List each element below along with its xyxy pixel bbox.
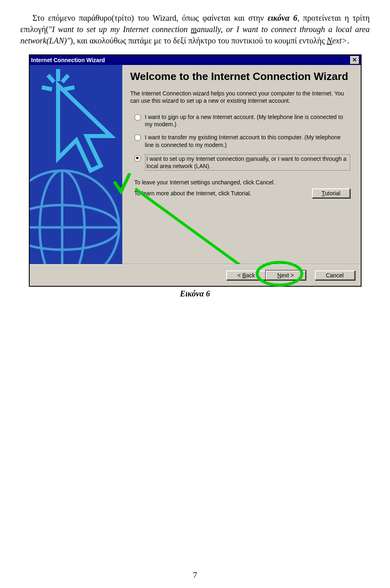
close-button[interactable]: ✕	[350, 56, 359, 64]
option-manual[interactable]: I want to set up my Internet connection …	[130, 154, 350, 171]
footer-note-tutorial: To learn more about the Internet, click …	[134, 190, 312, 197]
radio-icon[interactable]	[134, 134, 141, 141]
footer-note-cancel: To leave your Internet settings unchange…	[134, 179, 350, 186]
page-number: 7	[0, 571, 390, 580]
option-signup[interactable]: I want to sign up for a new Internet acc…	[130, 113, 350, 128]
option-label: I want to set up my Internet connection …	[145, 154, 350, 171]
radio-icon[interactable]	[134, 155, 141, 162]
wizard-window: Internet Connection Wizard ✕	[29, 54, 362, 287]
wizard-heading: Welcome to the Internet Connection Wizar…	[130, 71, 350, 82]
tutorial-button[interactable]: Tutorial	[312, 188, 350, 198]
window-title: Internet Connection Wizard	[31, 57, 350, 63]
radio-icon[interactable]	[134, 114, 141, 121]
svg-line-7	[42, 87, 52, 89]
option-transfer[interactable]: I want to transfer my existing Internet …	[130, 134, 350, 148]
wizard-description: The Internet Connection wizard helps you…	[130, 90, 350, 104]
titlebar[interactable]: Internet Connection Wizard ✕	[30, 55, 361, 65]
option-label: I want to sign up for a new Internet acc…	[145, 113, 350, 128]
wizard-button-row: < Back Next > Cancel	[30, 265, 361, 286]
option-label: I want to transfer my existing Internet …	[145, 134, 350, 148]
back-button[interactable]: < Back	[226, 270, 266, 280]
next-button[interactable]: Next >	[266, 270, 306, 280]
figure-caption: Εικόνα 6	[0, 289, 390, 298]
intro-paragraph: Στο επόμενο παράθυρο(τρίτο) του Wizard, …	[20, 12, 370, 46]
svg-line-8	[64, 87, 74, 89]
svg-rect-0	[30, 65, 122, 264]
svg-line-11	[135, 189, 257, 264]
cancel-button[interactable]: Cancel	[315, 270, 355, 280]
wizard-side-graphic	[30, 65, 122, 264]
